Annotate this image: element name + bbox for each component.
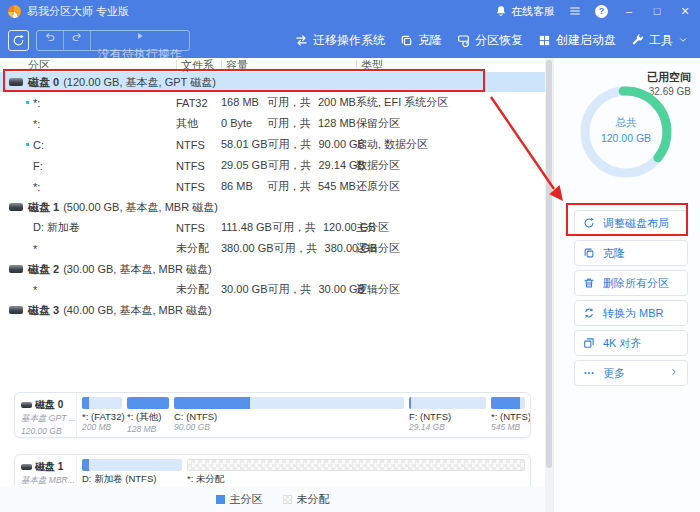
toolbar-action-label: 克隆 (418, 32, 442, 49)
sidebar-button-clone-disk[interactable]: 克隆 (574, 240, 688, 266)
wrench-icon (631, 34, 644, 47)
boot-disk-icon (538, 34, 551, 47)
partition-row-3[interactable]: C:NTFS58.01 GB可用，共90.00 GB启动, 数据分区 (0, 134, 545, 155)
toolbar-action-label: 创建启动盘 (556, 32, 616, 49)
capacity: 29.05 GB可用，共29.14 GB (221, 158, 356, 173)
capacity: 86 MB可用，共545 MB (221, 179, 356, 194)
partition-label: *: (33, 118, 40, 130)
disk-map-segment-0-4[interactable]: *: (NTFS)545 MB (491, 397, 525, 437)
toolbar-action-label: 迁移操作系统 (313, 32, 385, 49)
partition-row-10[interactable]: *未分配30.00 GB可用，共30.00 GB逻辑分区 (0, 279, 545, 300)
sidebar-button-4k-align[interactable]: 4K 对齐 (574, 330, 688, 356)
menu-list-button[interactable] (569, 5, 581, 17)
sidebar-button-adjust-disk-layout[interactable]: 调整磁盘布局 (574, 210, 688, 236)
app-title: 易我分区大师 专业版 (27, 4, 129, 19)
titlebar: 易我分区大师 专业版 在线客服 ? – □ ✕ (0, 0, 700, 22)
segment-label: F: (NTFS) (409, 411, 486, 422)
partition-type: 逻辑分区 (356, 241, 545, 256)
disk-map-segment-0-3[interactable]: F: (NTFS)29.14 GB (409, 397, 486, 437)
toolbar-action-partition-recovery[interactable]: 分区恢复 (457, 32, 523, 49)
partition-type: 还原分区 (356, 179, 545, 194)
disk-name: 磁盘 2 (28, 262, 59, 277)
more-dots-icon (583, 367, 595, 379)
partition-row-7[interactable]: D: 新加卷NTFS111.48 GB可用，共120.00 GB主分区 (0, 217, 545, 238)
sidebar: 已用空间 32.69 GB 总共 120.00 GB 调整磁盘布局克隆删除所有分… (553, 58, 700, 512)
toolbar-action-create-boot-disk[interactable]: 创建启动盘 (538, 32, 616, 49)
column-header-1: 文件系统 (176, 60, 221, 71)
total-value: 120.00 GB (576, 132, 676, 144)
toolbar-action-migrate-os[interactable]: 迁移操作系统 (295, 32, 385, 49)
online-support-button[interactable]: 在线客服 (495, 4, 555, 19)
toolbar-actions: 迁移操作系统克隆分区恢复创建启动盘工具 (295, 32, 692, 49)
sidebar-button-delete-all-partitions[interactable]: 删除所有分区 (574, 270, 688, 296)
partition-row-2[interactable]: *:其他0 Byte可用，共128 MB保留分区 (0, 113, 545, 134)
disk-partition-panel: 分区文件系统容量类型 磁盘 0(120.00 GB, 基本盘, GPT 磁盘)*… (0, 58, 545, 512)
hard-disk-icon (21, 464, 32, 470)
transfer-arrows-icon (295, 34, 308, 47)
partition-row-5[interactable]: *:NTFS86 MB可用，共545 MB还原分区 (0, 176, 545, 197)
toolbar-action-label: 分区恢复 (475, 32, 523, 49)
file-system: NTFS (176, 139, 221, 151)
minimize-button[interactable]: – (622, 5, 636, 17)
column-header-2: 容量 (221, 60, 356, 71)
file-system: NTFS (176, 160, 221, 172)
refresh-button[interactable] (8, 30, 29, 51)
disk-info: (120.00 GB, 基本盘, GPT 磁盘) (63, 75, 216, 90)
partition-label: * (33, 243, 37, 255)
capacity: 58.01 GB可用，共90.00 GB (221, 137, 356, 152)
toolbar-action-tools[interactable]: 工具 (631, 32, 688, 49)
list-icon (569, 5, 581, 17)
partition-type: 启动, 数据分区 (356, 137, 545, 152)
segment-label: *: (其他) (127, 411, 169, 424)
capacity: 111.48 GB可用，共120.00 GB (221, 220, 356, 235)
toolbar-action-label: 工具 (649, 32, 673, 49)
disk-name: 磁盘 3 (28, 303, 59, 318)
disk-row-磁盘-0[interactable]: 磁盘 0(120.00 GB, 基本盘, GPT 磁盘) (0, 72, 545, 92)
redo-button[interactable] (64, 31, 91, 50)
legend-item-primary: 主分区 (216, 492, 263, 507)
total-label: 总共 (576, 116, 676, 130)
sidebar-button-label: 调整磁盘布局 (603, 216, 669, 231)
sidebar-button-convert-to-mbr[interactable]: 转换为 MBR (574, 300, 688, 326)
legend-label: 主分区 (230, 492, 263, 507)
execute-operations-button[interactable]: 没有待执行操作 (91, 31, 189, 50)
partition-label: *: (33, 181, 40, 193)
disk-map-segment-0-1[interactable]: *: (其他)128 MB (127, 397, 169, 437)
sidebar-button-label: 转换为 MBR (603, 306, 664, 321)
scrollbar-thumb[interactable] (546, 60, 552, 468)
close-button[interactable]: ✕ (678, 5, 692, 18)
capacity: 30.00 GB可用，共30.00 GB (221, 282, 356, 297)
disk-row-磁盘-2[interactable]: 磁盘 2(30.00 GB, 基本盘, MBR 磁盘) (0, 259, 545, 279)
help-icon[interactable]: ? (595, 5, 608, 18)
maximize-button[interactable]: □ (650, 5, 664, 17)
segment-size: 128 MB (127, 424, 169, 434)
file-system: 未分配 (176, 282, 221, 297)
disk-name: 磁盘 0 (28, 75, 59, 90)
column-header-3: 类型 (356, 60, 545, 71)
partition-row-1[interactable]: *:FAT32168 MB可用，共200 MB系统, EFI 系统分区 (0, 92, 545, 113)
disk-name: 磁盘 1 (28, 200, 59, 215)
app-window: 易我分区大师 专业版 在线客服 ? – □ ✕ 没有待执行操作 迁移操作系统克隆… (0, 0, 700, 512)
clone-icon (400, 34, 413, 47)
pending-operations-group: 没有待执行操作 (36, 30, 190, 51)
partition-row-8[interactable]: *未分配380.00 GB可用，共380.00 GB逻辑分区 (0, 238, 545, 259)
undo-icon (44, 31, 56, 43)
undo-button[interactable] (37, 31, 64, 50)
segment-label: C: (NTFS) (174, 411, 404, 422)
disk-row-磁盘-3[interactable]: 磁盘 3(40.00 GB, 基本盘, MBR 磁盘) (0, 300, 545, 320)
partition-badge-icon (25, 142, 30, 147)
disk-row-磁盘-1[interactable]: 磁盘 1(500.00 GB, 基本盘, MBR 磁盘) (0, 197, 545, 217)
disk-map-segment-0-0[interactable]: *: (FAT32)200 MB (82, 397, 122, 437)
disk-map-segment-0-2[interactable]: C: (NTFS)90.00 GB (174, 397, 404, 437)
segment-size: 29.14 GB (409, 422, 486, 432)
bell-icon (495, 5, 507, 17)
vertical-scrollbar (545, 58, 553, 512)
toolbar-action-clone[interactable]: 克隆 (400, 32, 442, 49)
file-system: NTFS (176, 222, 221, 234)
partition-label: D: 新加卷 (33, 220, 80, 235)
partition-row-4[interactable]: F:NTFS29.05 GB可用，共29.14 GB数据分区 (0, 155, 545, 176)
sidebar-button-more[interactable]: 更多 (574, 360, 688, 386)
disk-map-card-0[interactable]: 磁盘 0基本盘 GPT ...120.00 GB*: (FAT32)200 MB… (14, 392, 531, 438)
sidebar-button-label: 克隆 (603, 246, 625, 261)
online-support-label: 在线客服 (511, 4, 555, 19)
